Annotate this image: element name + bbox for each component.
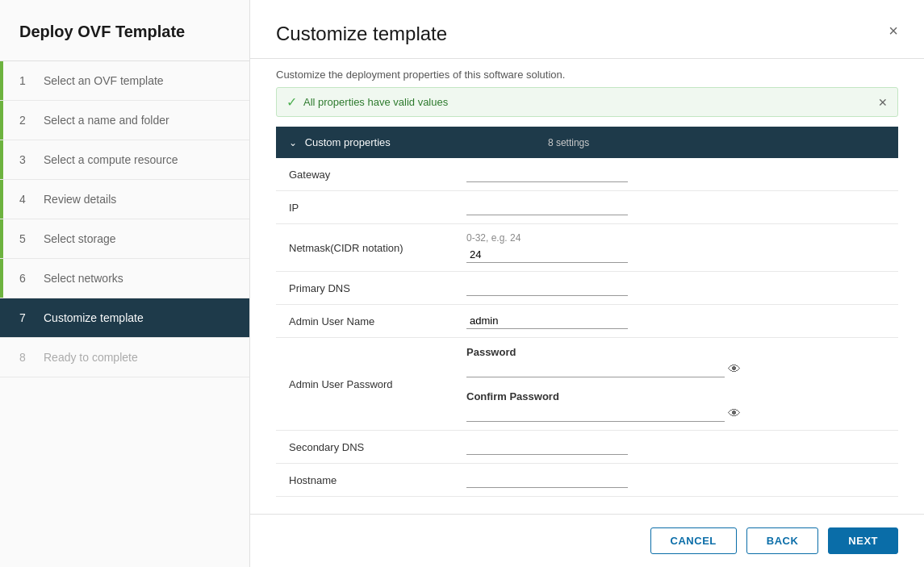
netmask-hint: 0-32, e.g. 24	[466, 232, 885, 244]
admin-user-name-input[interactable]	[466, 313, 628, 329]
prop-value-primary-dns	[454, 272, 898, 305]
properties-table: ⌄ Custom properties 8 settings	[276, 127, 898, 497]
table-row: Admin User Name	[276, 305, 898, 338]
prop-value-admin-password: Password 👁 Confirm Password	[454, 338, 898, 431]
prop-name-admin-password: Admin User Password	[276, 338, 454, 431]
gateway-input[interactable]	[466, 166, 628, 182]
step-label-1: Select an OVF template	[44, 74, 164, 87]
banner-close-button[interactable]: ✕	[878, 96, 888, 109]
hostname-input[interactable]	[466, 472, 628, 488]
step-label-2: Select a name and folder	[44, 114, 169, 127]
table-row: Secondary DNS	[276, 431, 898, 464]
password-wrapper: 👁	[466, 361, 885, 377]
step-label-4: Review details	[44, 193, 116, 206]
step-num-2: 2	[19, 114, 36, 127]
sidebar-item-2[interactable]: 2 Select a name and folder	[0, 101, 249, 140]
password-input[interactable]	[466, 361, 725, 377]
secondary-dns-input[interactable]	[466, 439, 628, 455]
content-area: ⌄ Custom properties 8 settings	[250, 127, 924, 514]
prop-name-gateway: Gateway	[276, 158, 454, 191]
step-num-8: 8	[19, 351, 36, 364]
prop-value-netmask: 0-32, e.g. 24	[454, 224, 898, 272]
prop-name-netmask: Netmask(CIDR notation)	[276, 224, 454, 272]
banner-content: ✓ All properties have valid values	[286, 94, 448, 110]
collapse-button[interactable]: ⌄	[289, 137, 297, 148]
ip-input[interactable]	[466, 199, 628, 215]
table-row: Hostname	[276, 464, 898, 497]
prop-name-hostname: Hostname	[276, 464, 454, 497]
footer: CANCEL BACK NEXT	[250, 514, 924, 567]
table-row: IP	[276, 191, 898, 224]
prop-name-primary-dns: Primary DNS	[276, 272, 454, 305]
settings-count: 8 settings	[548, 137, 589, 148]
show-password-button[interactable]: 👁	[728, 362, 741, 377]
step-label-5: Select storage	[44, 232, 116, 245]
prop-value-hostname	[454, 464, 898, 497]
check-icon: ✓	[286, 94, 297, 110]
main-header: Customize template ×	[250, 0, 924, 59]
table-row: Admin User Password Password 👁 Confirm	[276, 338, 898, 431]
sidebar-title: Deploy OVF Template	[0, 0, 249, 61]
password-label: Password	[466, 346, 885, 358]
prop-name-ip: IP	[276, 191, 454, 224]
banner-text: All properties have valid values	[303, 96, 448, 108]
table-header-cell: ⌄ Custom properties 8 settings	[276, 127, 898, 158]
step-num-7: 7	[19, 311, 36, 324]
step-label-8: Ready to complete	[44, 351, 138, 364]
prop-name-admin-user-name: Admin User Name	[276, 305, 454, 338]
confirm-password-input[interactable]	[466, 406, 725, 422]
show-confirm-password-button[interactable]: 👁	[728, 406, 741, 421]
sidebar-item-6[interactable]: 6 Select networks	[0, 259, 249, 298]
sidebar-item-8: 8 Ready to complete	[0, 338, 249, 377]
page-title: Customize template	[276, 23, 447, 45]
sidebar-item-1[interactable]: 1 Select an OVF template	[0, 61, 249, 101]
sidebar: Deploy OVF Template 1 Select an OVF temp…	[0, 0, 250, 567]
netmask-input[interactable]	[466, 247, 628, 263]
sidebar-item-5[interactable]: 5 Select storage	[0, 219, 249, 259]
close-button[interactable]: ×	[888, 23, 898, 39]
step-num-4: 4	[19, 193, 36, 206]
section-label: Custom properties	[305, 136, 391, 148]
step-num-3: 3	[19, 153, 36, 166]
sidebar-item-7[interactable]: 7 Customize template	[0, 298, 249, 338]
table-row: Gateway	[276, 158, 898, 191]
prop-value-secondary-dns	[454, 431, 898, 464]
step-num-5: 5	[19, 232, 36, 245]
cancel-button[interactable]: CANCEL	[650, 527, 737, 554]
table-row: Primary DNS	[276, 272, 898, 305]
step-num-6: 6	[19, 272, 36, 285]
success-banner: ✓ All properties have valid values ✕	[276, 87, 898, 117]
step-label-7: Customize template	[44, 311, 144, 324]
confirm-password-label: Confirm Password	[466, 390, 885, 402]
primary-dns-input[interactable]	[466, 280, 628, 296]
next-button[interactable]: NEXT	[828, 527, 898, 554]
table-header: ⌄ Custom properties 8 settings	[276, 127, 898, 158]
main-panel: Customize template × Customize the deplo…	[250, 0, 924, 567]
prop-value-gateway	[454, 158, 898, 191]
table-row: Netmask(CIDR notation) 0-32, e.g. 24	[276, 224, 898, 272]
prop-value-admin-user-name	[454, 305, 898, 338]
main-subtitle: Customize the deployment properties of t…	[250, 59, 924, 87]
back-button[interactable]: BACK	[746, 527, 819, 554]
prop-name-secondary-dns: Secondary DNS	[276, 431, 454, 464]
step-label-3: Select a compute resource	[44, 153, 178, 166]
deploy-ovf-dialog: Deploy OVF Template 1 Select an OVF temp…	[0, 0, 924, 567]
prop-value-ip	[454, 191, 898, 224]
confirm-password-wrapper: 👁	[466, 406, 885, 422]
sidebar-item-4[interactable]: 4 Review details	[0, 180, 249, 219]
step-num-1: 1	[19, 74, 36, 87]
step-label-6: Select networks	[44, 272, 123, 285]
sidebar-item-3[interactable]: 3 Select a compute resource	[0, 140, 249, 180]
